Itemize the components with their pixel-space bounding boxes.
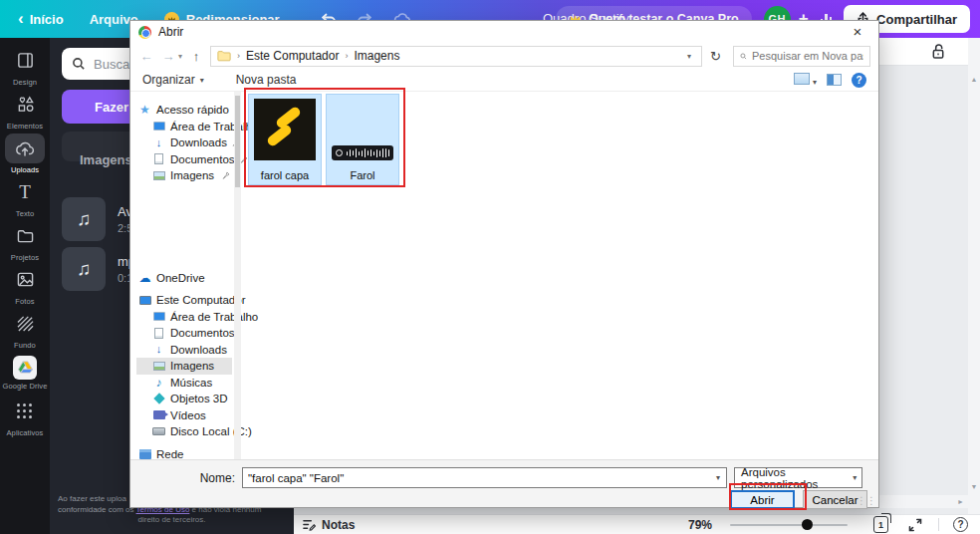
home-label: Início [30, 12, 64, 27]
sidebar-item-uploads[interactable]: Uploads [0, 132, 50, 175]
page-indicator[interactable]: 1 [873, 516, 888, 533]
sidebar-item-fundo[interactable]: Fundo [0, 307, 50, 351]
tree-scrollbar-thumb[interactable] [235, 96, 240, 187]
sidebar-item-google-drive[interactable]: Google Drive [0, 351, 50, 395]
tree-item-pictures[interactable]: Imagens [136, 167, 232, 184]
preview-pane-icon[interactable] [827, 74, 842, 86]
image-thumbnail [254, 99, 316, 160]
file-item-selected[interactable]: farol capa [248, 94, 322, 185]
upload-cloud-icon [5, 134, 45, 163]
sidebar-item-texto[interactable]: T Texto [0, 175, 50, 219]
tree-item-local-disk[interactable]: Disco Local (C:) [136, 423, 232, 440]
scroll-down-icon[interactable]: ▼ [971, 483, 978, 490]
tree-item-this-pc[interactable]: Este Computador [136, 292, 232, 309]
view-options-button[interactable]: ▾ [794, 73, 817, 88]
videos-icon [152, 409, 165, 421]
tree-scrollbar[interactable] [234, 92, 241, 459]
design-icon [5, 46, 45, 76]
help-button[interactable]: ? [953, 517, 968, 532]
dialog-navbar: ← → ▾ ↑ › Este Computador › Imagens ▾ ↻ [130, 43, 878, 69]
file-name: farol capa [261, 169, 309, 181]
dialog-toolbar: Organizar ▾ Nova pasta ▾ ? [130, 69, 878, 91]
tree-item-onedrive[interactable]: ☁ OneDrive [136, 270, 232, 287]
file-name: Farol [350, 169, 374, 181]
breadcrumb-this-pc[interactable]: Este Computador [246, 49, 339, 63]
chevron-down-icon: ▾ [200, 76, 204, 85]
disk-drive-icon [152, 425, 165, 437]
breadcrumb-imagens[interactable]: Imagens [354, 49, 399, 63]
sidebar-item-elementos[interactable]: Elementos [0, 88, 50, 132]
file-item-selected[interactable]: Farol [326, 94, 399, 185]
folder-icon [5, 221, 45, 251]
breadcrumb-separator: › [345, 51, 348, 61]
editor-statusbar: Notas 79% 1 ? [294, 514, 980, 534]
star-icon: ★ [138, 104, 151, 116]
filename-input[interactable] [243, 472, 710, 484]
tree-item-quick-access[interactable]: ★ Acesso rápido [136, 102, 232, 119]
scroll-right-icon[interactable]: ► [957, 498, 964, 505]
nav-forward-icon[interactable]: → [160, 49, 176, 64]
address-bar[interactable]: › Este Computador › Imagens ▾ [210, 46, 702, 67]
sidebar-item-design[interactable]: Design [0, 44, 50, 88]
dialog-search-input[interactable] [752, 50, 863, 62]
download-icon: ↓ [152, 344, 165, 356]
scroll-up-icon[interactable]: ▲ [971, 76, 978, 83]
share-label: Compartilhar [876, 12, 957, 27]
notes-icon [302, 518, 316, 531]
tree-item-music[interactable]: ♪ Músicas [136, 375, 232, 392]
zoom-slider-thumb[interactable] [802, 519, 813, 530]
dialog-titlebar[interactable]: Abrir × [130, 21, 878, 43]
tree-item-documents[interactable]: Documentos [136, 151, 232, 168]
home-button[interactable]: ‹ Início [18, 12, 64, 27]
tree-item-pictures-selected[interactable]: Imagens [136, 358, 232, 375]
document-icon [152, 153, 165, 165]
fullscreen-icon[interactable] [908, 518, 922, 532]
network-icon [138, 448, 151, 460]
tree-item-desktop[interactable]: Área de Trabalho [136, 119, 232, 135]
divider [938, 518, 939, 531]
filetype-combobox[interactable]: Arquivos personalizados ▾ [734, 467, 862, 488]
open-button[interactable]: Abrir [730, 490, 795, 509]
back-chevron-icon: ‹ [18, 10, 24, 27]
photos-icon [5, 265, 45, 295]
nav-up-icon[interactable]: ↑ [188, 49, 204, 64]
dialog-title: Abrir [158, 25, 183, 39]
vertical-scrollbar[interactable]: ▲ ▼ [968, 38, 980, 514]
close-icon[interactable]: × [845, 22, 870, 42]
music-note-icon: ♫ [62, 247, 106, 291]
filename-combobox[interactable]: ▾ [242, 467, 727, 488]
sidebar-item-fotos[interactable]: Fotos [0, 263, 50, 307]
dialog-help-icon[interactable]: ? [852, 73, 866, 88]
refresh-icon[interactable]: ↻ [708, 49, 727, 64]
new-folder-button[interactable]: Nova pasta [236, 73, 297, 87]
resize-grip[interactable]: ⋮⋮ [857, 495, 876, 506]
tree-item-desktop[interactable]: Área de Trabalho [136, 309, 232, 326]
dialog-search[interactable] [733, 46, 870, 67]
address-chevron-icon[interactable]: ▾ [683, 52, 695, 61]
folder-tree: ★ Acesso rápido Área de Trabalho ↓ Downl… [136, 102, 232, 462]
nav-history-chevron-icon[interactable]: ▾ [178, 52, 182, 61]
music-icon: ♪ [152, 377, 165, 389]
sidebar-item-projetos[interactable]: Projetos [0, 219, 50, 263]
organize-menu[interactable]: Organizar ▾ [142, 73, 204, 87]
tree-item-3d-objects[interactable]: Objetos 3D [136, 391, 232, 407]
dialog-footer: Nome: ▾ Arquivos personalizados ▾ Abrir … [130, 459, 878, 507]
zoom-slider-track [730, 524, 848, 526]
tree-item-downloads[interactable]: ↓ Downloads [136, 342, 232, 359]
tree-item-videos[interactable]: Vídeos [136, 407, 232, 424]
nav-back-icon[interactable]: ← [138, 49, 154, 64]
sidebar-item-aplicativos[interactable]: Aplicativos [0, 395, 50, 438]
notes-button[interactable]: Notas [302, 518, 355, 532]
pin-icon [222, 169, 232, 181]
thumbnails-view-icon [794, 73, 810, 85]
chevron-down-icon: ▾ [848, 473, 861, 482]
onedrive-cloud-icon: ☁ [138, 272, 151, 284]
dialog-body: ★ Acesso rápido Área de Trabalho ↓ Downl… [130, 91, 878, 459]
google-drive-icon [13, 356, 37, 380]
lock-open-icon[interactable] [931, 43, 946, 60]
tree-item-documents[interactable]: Documentos [136, 325, 232, 342]
zoom-slider[interactable] [730, 519, 848, 531]
chevron-down-icon[interactable]: ▾ [710, 473, 726, 482]
tree-item-downloads[interactable]: ↓ Downloads [136, 134, 232, 151]
computer-icon [138, 294, 151, 306]
